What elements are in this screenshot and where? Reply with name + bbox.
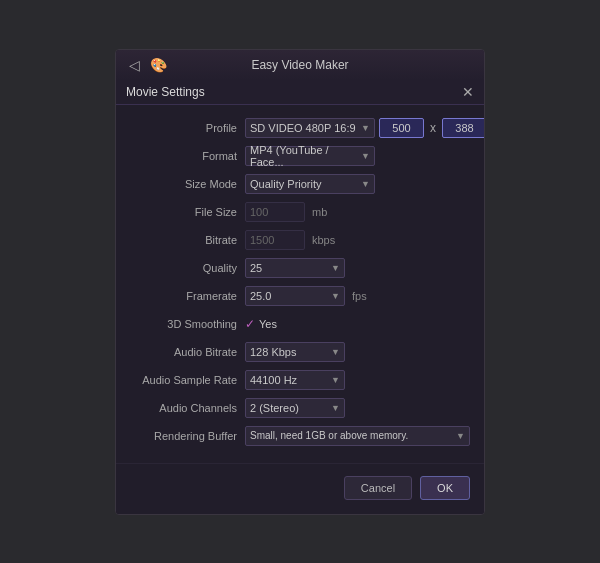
ok-button[interactable]: OK — [420, 476, 470, 500]
file-size-unit: mb — [312, 206, 327, 218]
audio-channels-arrow: ▼ — [331, 403, 340, 413]
file-size-input — [245, 202, 305, 222]
dimension-separator: x — [430, 121, 436, 135]
smoothing-value: Yes — [259, 318, 277, 330]
rendering-buffer-select[interactable]: Small, need 1GB or above memory. ▼ — [245, 426, 470, 446]
profile-row: Profile SD VIDEO 480P 16:9 ▼ x Profile =… — [130, 117, 470, 139]
smoothing-label: 3D Smoothing — [130, 318, 245, 330]
framerate-row: Framerate 25.0 ▼ fps — [130, 285, 470, 307]
dialog-title: Movie Settings — [126, 85, 205, 99]
profile-label: Profile — [130, 122, 245, 134]
quality-row: Quality 25 ▼ — [130, 257, 470, 279]
file-size-label: File Size — [130, 206, 245, 218]
audio-sample-rate-arrow: ▼ — [331, 375, 340, 385]
rendering-buffer-arrow: ▼ — [456, 431, 465, 441]
title-bar: ◁ 🎨 Easy Video Maker — [116, 50, 484, 80]
size-mode-select[interactable]: Quality Priority ▼ — [245, 174, 375, 194]
app-window: ◁ 🎨 Easy Video Maker Movie Settings ✕ Pr… — [115, 49, 485, 515]
bitrate-control: kbps — [245, 230, 470, 250]
quality-dropdown-arrow: ▼ — [331, 263, 340, 273]
dialog-header: Movie Settings ✕ — [116, 80, 484, 105]
rendering-buffer-row: Rendering Buffer Small, need 1GB or abov… — [130, 425, 470, 447]
title-bar-left: ◁ 🎨 — [126, 57, 166, 73]
framerate-control: 25.0 ▼ fps — [245, 286, 470, 306]
audio-sample-rate-row: Audio Sample Rate 44100 Hz ▼ — [130, 369, 470, 391]
format-select[interactable]: MP4 (YouTube / Face... ▼ — [245, 146, 375, 166]
size-mode-control: Quality Priority ▼ — [245, 174, 470, 194]
bitrate-input — [245, 230, 305, 250]
smoothing-control: ✓ Yes — [245, 317, 470, 331]
audio-sample-rate-label: Audio Sample Rate — [130, 374, 245, 386]
audio-bitrate-select[interactable]: 128 Kbps ▼ — [245, 342, 345, 362]
bitrate-unit: kbps — [312, 234, 335, 246]
quality-label: Quality — [130, 262, 245, 274]
quality-select[interactable]: 25 ▼ — [245, 258, 345, 278]
cancel-button[interactable]: Cancel — [344, 476, 412, 500]
format-row: Format MP4 (YouTube / Face... ▼ — [130, 145, 470, 167]
format-control: MP4 (YouTube / Face... ▼ — [245, 146, 470, 166]
framerate-label: Framerate — [130, 290, 245, 302]
audio-channels-row: Audio Channels 2 (Stereo) ▼ — [130, 397, 470, 419]
profile-width-input[interactable] — [379, 118, 424, 138]
bitrate-label: Bitrate — [130, 234, 245, 246]
framerate-dropdown-arrow: ▼ — [331, 291, 340, 301]
audio-channels-label: Audio Channels — [130, 402, 245, 414]
audio-bitrate-label: Audio Bitrate — [130, 346, 245, 358]
profile-dropdown-arrow: ▼ — [361, 123, 370, 133]
audio-channels-select[interactable]: 2 (Stereo) ▼ — [245, 398, 345, 418]
audio-channels-control: 2 (Stereo) ▼ — [245, 398, 470, 418]
audio-sample-rate-control: 44100 Hz ▼ — [245, 370, 470, 390]
quality-control: 25 ▼ — [245, 258, 470, 278]
size-mode-row: Size Mode Quality Priority ▼ — [130, 173, 470, 195]
theme-icon[interactable]: 🎨 — [150, 57, 166, 73]
audio-bitrate-arrow: ▼ — [331, 347, 340, 357]
file-size-row: File Size mb — [130, 201, 470, 223]
dialog-footer: Cancel OK — [116, 463, 484, 514]
smoothing-checkbox-row: ✓ Yes — [245, 317, 277, 331]
smoothing-checkmark: ✓ — [245, 317, 255, 331]
rendering-buffer-control: Small, need 1GB or above memory. ▼ — [245, 426, 470, 446]
size-mode-dropdown-arrow: ▼ — [361, 179, 370, 189]
format-dropdown-arrow: ▼ — [361, 151, 370, 161]
profile-control: SD VIDEO 480P 16:9 ▼ x Profile = BASELI … — [245, 118, 485, 138]
audio-sample-rate-select[interactable]: 44100 Hz ▼ — [245, 370, 345, 390]
app-title: Easy Video Maker — [251, 58, 348, 72]
smoothing-row: 3D Smoothing ✓ Yes — [130, 313, 470, 335]
file-size-control: mb — [245, 202, 470, 222]
size-mode-label: Size Mode — [130, 178, 245, 190]
audio-bitrate-control: 128 Kbps ▼ — [245, 342, 470, 362]
profile-height-input[interactable] — [442, 118, 485, 138]
profile-select[interactable]: SD VIDEO 480P 16:9 ▼ — [245, 118, 375, 138]
back-icon[interactable]: ◁ — [126, 57, 142, 73]
rendering-buffer-label: Rendering Buffer — [130, 430, 245, 442]
dialog-body: Profile SD VIDEO 480P 16:9 ▼ x Profile =… — [116, 105, 484, 463]
bitrate-row: Bitrate kbps — [130, 229, 470, 251]
audio-bitrate-row: Audio Bitrate 128 Kbps ▼ — [130, 341, 470, 363]
format-label: Format — [130, 150, 245, 162]
close-button[interactable]: ✕ — [462, 85, 474, 99]
framerate-unit: fps — [352, 290, 367, 302]
framerate-select[interactable]: 25.0 ▼ — [245, 286, 345, 306]
